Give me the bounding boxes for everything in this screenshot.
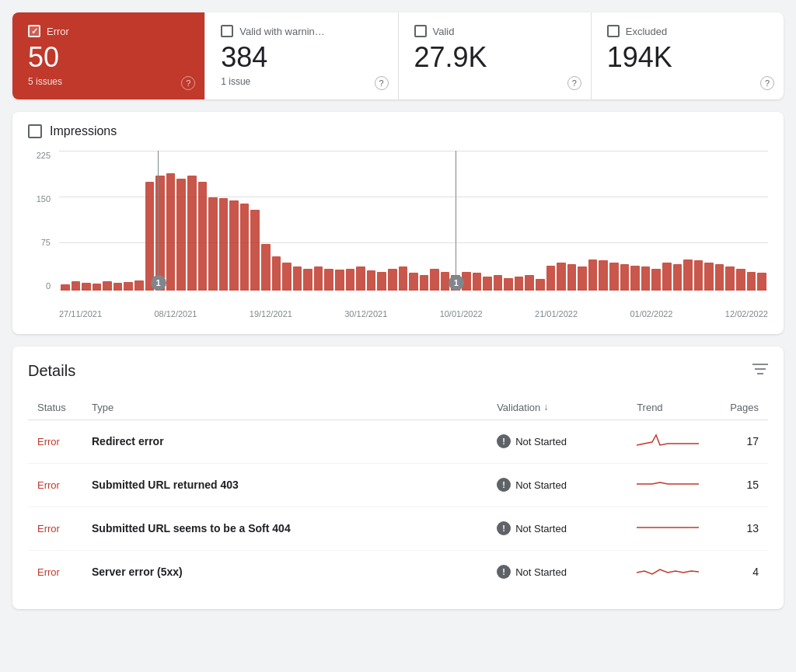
cell-pages: 4 — [721, 550, 768, 594]
chart-area: 1 1 — [59, 151, 768, 291]
details-header: Details — [28, 362, 768, 380]
chart-bar — [578, 266, 587, 290]
table-row[interactable]: Error Server error (5xx) ! Not Started 4 — [28, 550, 768, 594]
table-row[interactable]: Error Redirect error ! Not Started 17 — [28, 420, 768, 463]
validation-badge: ! Not Started — [497, 565, 618, 579]
chart-bar — [588, 259, 598, 291]
excluded-header: Excluded — [607, 25, 768, 37]
x-label-8: 12/02/2022 — [725, 309, 768, 319]
excluded-label: Excluded — [626, 26, 667, 37]
chart-bar — [208, 197, 218, 291]
table-header-row: Status Type Validation ↓ Trend Pages — [28, 395, 768, 420]
valid-checkbox[interactable] — [414, 25, 427, 37]
cell-pages: 15 — [721, 463, 768, 507]
filter-icon[interactable] — [752, 363, 768, 379]
x-label-7: 01/02/2022 — [630, 309, 672, 319]
chart-bar — [430, 269, 439, 291]
validation-badge: ! Not Started — [497, 521, 618, 535]
chart-bar — [61, 284, 70, 291]
chart-bar — [346, 269, 355, 291]
validation-badge: ! Not Started — [497, 478, 618, 492]
chart-bar — [72, 281, 81, 290]
y-label-225: 225 — [28, 151, 55, 160]
details-table: Status Type Validation ↓ Trend Pages Err… — [28, 395, 768, 594]
x-label-5: 10/01/2022 — [440, 309, 483, 319]
chart-bar — [630, 266, 640, 291]
valid-warning-card[interactable]: Valid with warnin… 384 1 issue ? — [205, 12, 398, 99]
error-card[interactable]: Error 50 5 issues ? — [12, 12, 205, 99]
chart-bar — [747, 272, 756, 291]
type-label: Submitted URL seems to be a Soft 404 — [92, 522, 291, 534]
details-tbody: Error Redirect error ! Not Started 17 Er… — [28, 420, 768, 594]
cell-validation: ! Not Started — [487, 507, 627, 550]
x-label-4: 30/12/2021 — [344, 309, 387, 319]
valid-warning-checkbox[interactable] — [221, 25, 233, 37]
chart-bar — [314, 266, 323, 290]
chart-bar — [198, 182, 208, 291]
chart-bar — [282, 263, 292, 291]
status-error-label: Error — [37, 566, 60, 578]
chart-bar — [124, 282, 133, 290]
cell-trend — [627, 550, 721, 594]
table-row[interactable]: Error Submitted URL returned 403 ! Not S… — [28, 463, 768, 507]
cell-validation: ! Not Started — [487, 420, 627, 463]
x-label-6: 21/01/2022 — [535, 309, 578, 319]
chart-bar — [240, 204, 250, 291]
chart-bar — [504, 278, 513, 291]
cell-trend — [627, 507, 721, 550]
chart-bar — [93, 284, 102, 291]
chart-bar — [536, 279, 545, 290]
valid-header: Valid — [414, 25, 575, 37]
chart-bar — [261, 244, 271, 291]
status-error-label: Error — [37, 523, 60, 534]
cell-trend — [627, 420, 721, 463]
error-number: 50 — [28, 42, 189, 73]
valid-card[interactable]: Valid 27.9K ? — [399, 12, 592, 99]
chart-bar — [399, 266, 408, 290]
trend-sparkline — [637, 562, 711, 583]
error-checkbox[interactable] — [28, 25, 40, 37]
validation-status: Not Started — [515, 436, 567, 447]
valid-warning-help-icon[interactable]: ? — [375, 76, 389, 90]
chart-bar — [683, 259, 693, 291]
valid-help-icon[interactable]: ? — [567, 76, 581, 90]
sort-down-icon: ↓ — [543, 402, 548, 413]
impressions-section: Impressions 225 150 75 0 1 — [12, 112, 784, 334]
chart-bar — [145, 182, 155, 291]
x-label-2: 08/12/2021 — [154, 309, 197, 319]
error-help-icon[interactable]: ? — [181, 76, 195, 90]
excluded-card[interactable]: Excluded 194K ? — [592, 12, 784, 99]
error-label: Error — [47, 26, 69, 37]
valid-warning-label: Valid with warnin… — [239, 26, 325, 37]
cell-type: Submitted URL seems to be a Soft 404 — [82, 507, 487, 550]
chart-bar — [134, 280, 144, 291]
cell-type: Submitted URL returned 403 — [82, 463, 487, 507]
impressions-checkbox[interactable] — [28, 124, 42, 138]
chart-x-labels: 27/11/2021 08/12/2021 19/12/2021 30/12/2… — [59, 294, 768, 322]
cell-type: Server error (5xx) — [82, 550, 487, 594]
cell-validation: ! Not Started — [487, 550, 627, 594]
cell-status: Error — [28, 507, 82, 550]
table-row[interactable]: Error Submitted URL seems to be a Soft 4… — [28, 507, 768, 550]
type-label: Server error (5xx) — [92, 566, 183, 578]
chart-bar — [662, 263, 672, 291]
event-marker-1: 1 — [151, 275, 166, 291]
th-validation[interactable]: Validation ↓ — [487, 395, 627, 420]
chart-bar — [525, 275, 534, 291]
trend-sparkline — [637, 475, 711, 496]
chart-bar — [155, 176, 165, 291]
chart-bar — [293, 266, 302, 290]
event-marker-circle-2: 1 — [449, 275, 464, 291]
valid-warning-subtitle: 1 issue — [221, 76, 382, 87]
not-started-icon: ! — [497, 478, 511, 492]
chart-bar — [757, 273, 766, 290]
top-cards-container: Error 50 5 issues ? Valid with warnin… 3… — [12, 12, 784, 99]
chart-bar — [219, 198, 229, 290]
excluded-checkbox[interactable] — [607, 25, 620, 37]
trend-sparkline — [637, 518, 711, 539]
event-marker-line-2 — [456, 151, 456, 275]
excluded-help-icon[interactable]: ? — [760, 76, 774, 90]
details-section: Details Status Type Validation ↓ Trend — [12, 346, 784, 609]
cell-status: Error — [28, 463, 82, 507]
chart-bar — [409, 273, 418, 290]
